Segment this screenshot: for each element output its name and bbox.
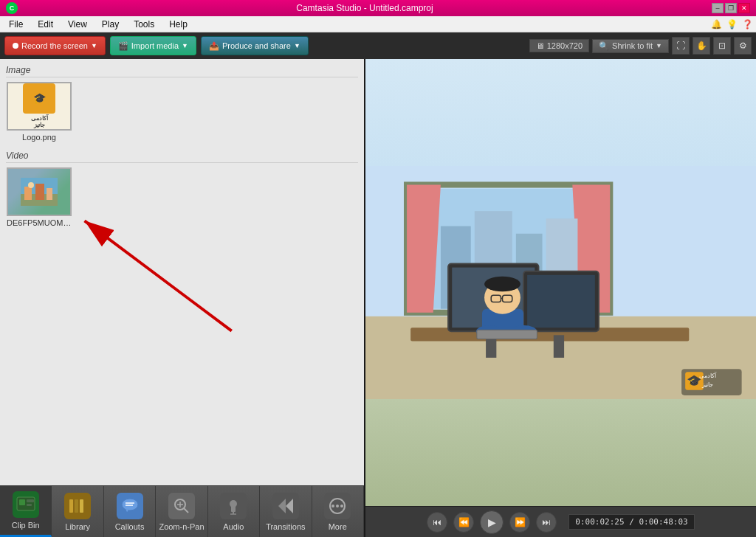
transitions-tool-button[interactable]: Transitions [260,486,312,537]
rewind-button[interactable]: ⏪ [453,512,474,533]
svg-point-32 [340,505,343,507]
bell-icon[interactable]: 🔔 [711,19,722,30]
import-dropdown-icon: ▼ [182,42,188,49]
menu-view[interactable]: View [62,18,93,31]
list-item[interactable]: 🎓 آکادمیجاتیز Logo.png [6,82,72,142]
resolution-display: 🖥 1280x720 [529,39,589,52]
menu-help[interactable]: Help [163,18,193,31]
playback-controls: ⏮ ⏪ ▶ ⏩ ⏭ 0:00:02:25 / 0:00:48:03 [365,506,756,537]
skip-back-button[interactable]: ⏮ [427,512,447,533]
window-title: Camtasia Studio - Untitled.camproj [18,3,712,13]
transitions-label: Transitions [266,522,305,531]
right-panel: 🎓 آکادمی جاتیز ⏮ ⏪ ▶ ⏩ ⏭ 0:00:02:25 / 0:… [365,59,756,537]
more-label: More [329,522,347,531]
toolbar: Record the screen ▼ 🎬 Import media ▼ 📤 P… [0,32,756,59]
more-icon [324,493,351,519]
menu-edit[interactable]: Edit [32,18,59,31]
svg-rect-24 [231,506,236,512]
video-media-grid: DE6FP5MUOM9O... [6,167,358,227]
record-dropdown-icon: ▼ [91,42,97,49]
transitions-icon [272,493,299,519]
image-section-label: Image [6,65,358,77]
menu-tools[interactable]: Tools [128,18,160,31]
svg-point-30 [336,505,339,507]
skip-forward-button[interactable]: ⏭ [536,512,557,533]
svg-line-20 [184,508,188,513]
callouts-icon [117,493,143,519]
video-section-label: Video [6,150,358,163]
shrink-dropdown-icon: ▼ [656,42,662,49]
video-image [8,169,70,215]
zoom-pan-label: Zoom-n-Pan [159,522,204,531]
clip-bin-area: Image 🎓 آکادمیجاتیز Logo.png Video [0,59,364,485]
import-media-button[interactable]: 🎬 Import media ▼ [110,36,196,55]
cartoon-svg: 🎓 آکادمی جاتیز [365,59,756,506]
hand-tool-button[interactable]: ✋ [693,37,710,55]
preview-area: 🎓 آکادمی جاتیز [365,59,756,506]
svg-text:آکادمی: آکادمی [699,372,717,379]
list-item[interactable]: DE6FP5MUOM9O... [6,167,72,227]
svg-rect-9 [19,499,25,505]
video-label: DE6FP5MUOM9O... [7,218,72,227]
question-icon[interactable]: ❓ [742,19,753,30]
record-screen-button[interactable]: Record the screen ▼ [4,36,106,55]
menu-file[interactable]: File [3,18,29,31]
clip-bin-tool-button[interactable]: Clip Bin [0,486,52,537]
callouts-label: Callouts [115,522,145,531]
svg-rect-2 [24,187,32,200]
library-label: Library [65,522,90,531]
record-dot-icon [13,43,18,49]
callouts-tool-button[interactable]: Callouts [104,486,156,537]
zoom-pan-tool-button[interactable]: Zoom-n-Pan [156,486,207,537]
titlebar: C Camtasia Studio - Untitled.camproj – ❐… [0,0,756,16]
left-panel: Image 🎓 آکادمیجاتیز Logo.png Video [0,59,365,537]
svg-marker-28 [286,499,293,513]
monitor-icon: 🖥 [536,41,544,50]
svg-rect-49 [527,275,595,328]
bulb-icon[interactable]: 💡 [726,19,738,30]
settings-button[interactable]: ⚙ [734,37,752,55]
svg-line-7 [85,221,232,330]
time-display: 0:00:02:25 / 0:00:48:03 [568,514,694,530]
produce-icon: 📤 [209,41,219,51]
more-tool-button[interactable]: More [312,486,364,537]
import-icon: 🎬 [118,41,128,51]
image-media-grid: 🎓 آکادمیجاتیز Logo.png [6,82,358,142]
tools-bar: Clip Bin Library [0,485,364,537]
zoom-icon: 🔍 [599,41,609,51]
svg-rect-14 [80,499,83,513]
produce-dropdown-icon: ▼ [294,42,300,49]
clip-bin-icon [13,491,39,518]
main-area: Image 🎓 آکادمیجاتیز Logo.png Video [0,59,756,537]
zoom-pan-icon [168,493,195,519]
produce-share-button[interactable]: 📤 Produce and share ▼ [201,36,309,55]
svg-rect-45 [554,335,564,358]
library-icon [64,493,91,519]
video-thumbnail [7,167,72,216]
svg-rect-12 [69,499,73,513]
shrink-fit-button[interactable]: 🔍 Shrink to fit ▼ [592,39,669,53]
menu-play[interactable]: Play [96,18,125,31]
svg-point-5 [28,182,34,188]
cartoon-scene: 🎓 آکادمی جاتیز [365,59,756,506]
screen-fit-button[interactable]: ⊡ [713,37,731,55]
svg-text:جاتیز: جاتیز [701,381,713,388]
play-button[interactable]: ▶ [480,510,504,534]
close-button[interactable]: ✕ [738,3,750,13]
restore-button[interactable]: ❐ [725,3,737,13]
audio-icon [220,493,247,519]
svg-marker-27 [278,499,286,513]
fast-forward-button[interactable]: ⏩ [509,512,530,533]
logo-label: Logo.png [22,133,56,142]
minimize-button[interactable]: – [712,3,724,13]
logo-thumbnail: 🎓 آکادمیجاتیز [7,82,72,131]
library-tool-button[interactable]: Library [52,486,103,537]
svg-rect-11 [27,504,32,506]
window-controls: – ❐ ✕ [712,3,750,13]
app-icon: C [6,2,18,14]
menubar-icons: 🔔 💡 ❓ [711,19,753,30]
clip-bin-label: Clip Bin [12,521,40,530]
svg-point-52 [484,277,520,291]
fullscreen-button[interactable]: ⛶ [672,37,690,55]
audio-tool-button[interactable]: Audio [208,486,260,537]
